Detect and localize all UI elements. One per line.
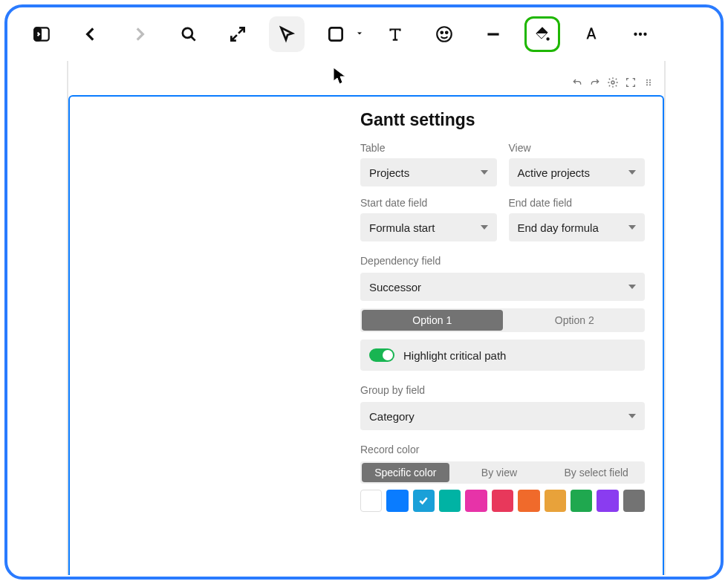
svg-point-4 [437, 27, 452, 42]
record-color-mode-segment: Specific color By view By select field [360, 461, 645, 484]
highlight-critical-path-toggle[interactable] [369, 348, 394, 362]
view-select-value: Active projects [518, 166, 591, 179]
svg-point-13 [649, 80, 651, 81]
dependency-option-segment: Option 1 Option 2 [360, 308, 645, 332]
option-2-button[interactable]: Option 2 [504, 308, 646, 332]
cursor-tool-icon[interactable] [269, 16, 305, 52]
highlight-critical-path-row: Highlight critical path [360, 340, 645, 371]
svg-point-17 [649, 84, 651, 85]
more-icon[interactable] [623, 16, 658, 52]
gantt-settings-panel: Gantt settings Table Projects View Activ… [68, 95, 664, 575]
color-swatch[interactable] [623, 490, 645, 512]
canvas-right-guide [664, 61, 666, 575]
caret-down-icon [628, 170, 636, 175]
specific-color-tab[interactable]: Specific color [362, 463, 449, 482]
by-view-tab[interactable]: By view [451, 461, 548, 484]
dependency-select-value: Successor [369, 281, 421, 293]
color-swatch[interactable] [492, 490, 513, 512]
back-icon[interactable] [73, 16, 108, 52]
color-swatch[interactable] [597, 490, 618, 512]
caret-down-icon [481, 225, 488, 230]
focus-icon[interactable] [624, 76, 637, 89]
start-date-select[interactable]: Formula start [360, 213, 497, 241]
start-date-field-label: Start date field [360, 197, 497, 209]
fill-tool-icon[interactable] [524, 16, 560, 52]
shape-dropdown-caret-icon[interactable] [355, 27, 364, 41]
top-toolbar [7, 7, 721, 61]
table-select-value: Projects [369, 166, 409, 179]
table-select[interactable]: Projects [360, 158, 497, 186]
shape-tool-icon[interactable] [318, 16, 354, 52]
svg-point-12 [646, 80, 648, 81]
expand-icon[interactable] [220, 16, 256, 52]
block-mini-toolbar [571, 76, 655, 89]
search-icon[interactable] [171, 16, 207, 52]
option-1-button[interactable]: Option 1 [362, 310, 503, 331]
caret-down-icon [628, 285, 636, 289]
svg-point-6 [446, 32, 448, 34]
svg-point-15 [649, 82, 651, 83]
text-style-icon[interactable] [573, 16, 609, 52]
caret-down-icon [628, 414, 636, 418]
end-date-select[interactable]: End day formula [509, 213, 646, 241]
settings-icon[interactable] [606, 76, 620, 89]
redo-icon[interactable] [588, 76, 602, 89]
by-select-field-tab[interactable]: By select field [547, 461, 645, 484]
svg-point-10 [643, 33, 646, 36]
emoji-tool-icon[interactable] [426, 16, 462, 52]
forward-icon[interactable] [122, 16, 157, 52]
color-swatch[interactable] [439, 490, 461, 512]
color-swatch[interactable] [386, 490, 408, 512]
undo-icon[interactable] [571, 76, 584, 89]
svg-point-9 [639, 33, 642, 36]
view-field-label: View [509, 142, 646, 154]
group-by-field-label: Group by field [360, 384, 645, 396]
table-field-label: Table [360, 142, 497, 154]
record-color-label: Record color [360, 444, 645, 455]
svg-point-5 [441, 32, 443, 34]
svg-point-11 [611, 81, 614, 84]
panel-title: Gantt settings [360, 110, 645, 130]
color-swatch[interactable] [465, 490, 487, 512]
svg-point-8 [634, 33, 637, 36]
svg-point-16 [646, 84, 648, 85]
text-tool-icon[interactable] [377, 16, 413, 52]
group-by-select-value: Category [369, 410, 415, 423]
svg-point-2 [183, 28, 192, 38]
start-date-select-value: Formula start [369, 221, 435, 234]
view-select[interactable]: Active projects [509, 158, 646, 186]
color-swatch[interactable] [571, 490, 592, 512]
color-swatch[interactable] [518, 490, 539, 512]
dependency-select[interactable]: Successor [360, 273, 645, 301]
group-by-select[interactable]: Category [360, 402, 645, 430]
drag-handle-icon[interactable] [642, 76, 655, 89]
highlight-critical-path-label: Highlight critical path [403, 349, 506, 362]
caret-down-icon [481, 170, 488, 175]
color-swatch-row [360, 490, 645, 512]
panel-toggle-icon[interactable] [24, 16, 59, 52]
line-tool-icon[interactable] [475, 16, 511, 52]
color-swatch[interactable] [545, 490, 566, 512]
dependency-field-label: Dependency field [360, 255, 645, 267]
caret-down-icon [628, 225, 636, 230]
color-swatch[interactable] [360, 490, 382, 512]
svg-rect-3 [329, 27, 342, 40]
svg-point-7 [546, 37, 549, 40]
end-date-field-label: End date field [509, 197, 646, 209]
end-date-select-value: End day formula [518, 221, 599, 234]
svg-point-14 [646, 82, 648, 83]
canvas-region: Gantt settings Table Projects View Activ… [7, 61, 721, 575]
color-swatch[interactable] [413, 490, 435, 512]
shape-tool-group[interactable] [318, 16, 364, 52]
